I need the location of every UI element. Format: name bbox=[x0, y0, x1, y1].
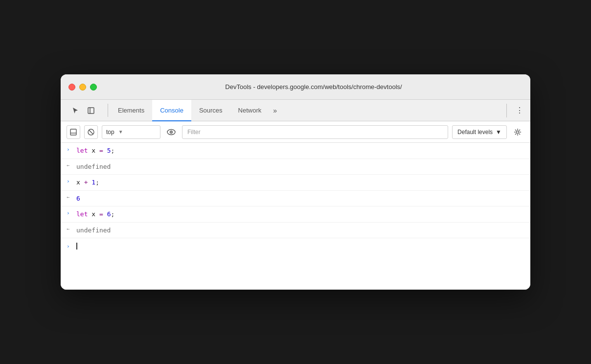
console-settings-button[interactable] bbox=[511, 125, 524, 139]
console-row-2-output: ← 6 bbox=[61, 191, 530, 207]
console-result-1: undefined bbox=[76, 162, 524, 172]
maximize-button[interactable] bbox=[90, 84, 97, 91]
svg-rect-0 bbox=[88, 108, 94, 114]
svg-point-8 bbox=[171, 132, 172, 133]
levels-dropdown-arrow: ▼ bbox=[496, 129, 501, 136]
context-selector[interactable]: top ▼ bbox=[102, 125, 160, 139]
console-result-3: undefined bbox=[76, 226, 524, 235]
filter-input[interactable] bbox=[182, 125, 448, 139]
console-result-2: 6 bbox=[76, 194, 524, 204]
devtools-window: DevTools - developers.google.com/web/too… bbox=[61, 74, 530, 290]
console-row-3-output: ← undefined bbox=[61, 223, 530, 239]
tab-bar: Elements Console Sources Network » ⋮ bbox=[61, 100, 530, 121]
minimize-button[interactable] bbox=[79, 84, 86, 91]
tab-network[interactable]: Network bbox=[230, 100, 270, 121]
input-chevron-3[interactable]: › bbox=[67, 209, 72, 216]
console-row-1-output: ← undefined bbox=[61, 159, 530, 175]
console-toolbar: top ▼ Default levels ▼ bbox=[61, 121, 530, 143]
text-cursor bbox=[76, 243, 77, 250]
dock-icon[interactable] bbox=[84, 104, 98, 117]
tab-bar-end: ⋮ bbox=[502, 100, 526, 121]
console-drawer-button[interactable] bbox=[67, 125, 80, 139]
devtools-menu-button[interactable]: ⋮ bbox=[513, 104, 526, 117]
context-selector-arrow: ▼ bbox=[118, 129, 123, 135]
more-tabs-button[interactable]: » bbox=[269, 100, 281, 121]
input-chevron-2[interactable]: › bbox=[67, 178, 72, 184]
input-chevron-1[interactable]: › bbox=[67, 146, 72, 153]
end-divider bbox=[506, 104, 507, 117]
tab-spacer bbox=[281, 100, 502, 121]
cursor-icon[interactable] bbox=[68, 104, 82, 117]
tab-elements[interactable]: Elements bbox=[110, 100, 152, 121]
console-row-3-input: › let x = 6; bbox=[61, 206, 530, 223]
svg-line-5 bbox=[89, 130, 93, 134]
output-chevron-1: ← bbox=[67, 162, 72, 168]
log-levels-dropdown[interactable]: Default levels ▼ bbox=[452, 125, 507, 139]
console-row-1-input: › let x = 5; bbox=[61, 143, 530, 159]
live-expressions-button[interactable] bbox=[164, 125, 178, 139]
output-chevron-3: ← bbox=[67, 226, 72, 231]
output-chevron-2: ← bbox=[67, 194, 72, 200]
window-title: DevTools - developers.google.com/web/too… bbox=[105, 83, 523, 91]
tab-console[interactable]: Console bbox=[152, 100, 191, 121]
console-input-row: › bbox=[61, 238, 530, 254]
console-code-3: let x = 6; bbox=[76, 209, 524, 219]
input-chevron-active[interactable]: › bbox=[67, 243, 72, 250]
traffic-lights bbox=[68, 84, 97, 91]
console-output: › let x = 5; ← undefined › x + 1; ← 6 › … bbox=[61, 143, 530, 290]
console-code-2: x + 1; bbox=[76, 178, 524, 187]
console-row-2-input: › x + 1; bbox=[61, 175, 530, 191]
tab-divider bbox=[108, 104, 108, 117]
close-button[interactable] bbox=[68, 84, 75, 91]
title-bar: DevTools - developers.google.com/web/too… bbox=[61, 74, 530, 100]
tab-bar-icons bbox=[65, 100, 102, 121]
clear-console-button[interactable] bbox=[84, 125, 98, 139]
tab-sources[interactable]: Sources bbox=[191, 100, 230, 121]
svg-point-9 bbox=[517, 131, 519, 133]
console-code-1: let x = 5; bbox=[76, 146, 524, 156]
svg-rect-2 bbox=[70, 129, 76, 135]
